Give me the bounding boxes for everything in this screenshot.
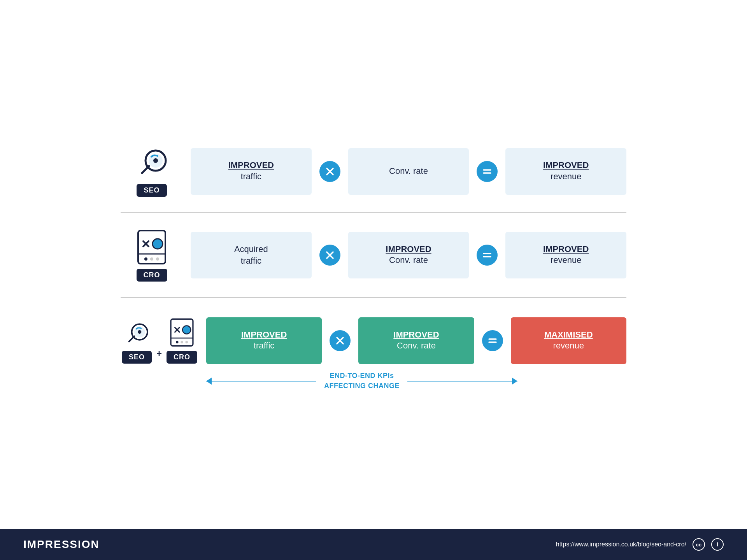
- combined-card3-top: MAXIMISED: [544, 330, 593, 340]
- multiply-icon-3: [335, 335, 345, 346]
- footer-url: https://www.impression.co.uk/blog/seo-an…: [556, 541, 686, 548]
- cro-icon-group: CRO: [167, 317, 197, 364]
- seo-card1-top: IMPROVED: [228, 160, 274, 170]
- plus-sign: +: [156, 348, 162, 359]
- info-icon: i: [711, 538, 724, 551]
- combined-cro-badge: CRO: [167, 351, 197, 364]
- cro-badge: CRO: [137, 269, 167, 282]
- cro-multiply-op: [319, 245, 340, 266]
- cro-card1-bottom: Acquired traffic: [234, 243, 268, 268]
- multiply-icon-2: [324, 250, 335, 261]
- seo-icon-area: SEO: [121, 146, 183, 197]
- seo-card1-bottom: traffic: [241, 171, 261, 183]
- seo-magnifier-icon: [134, 146, 169, 181]
- footer: IMPRESSION https://www.impression.co.uk/…: [0, 529, 747, 560]
- seo-card3-top: IMPROVED: [543, 160, 589, 170]
- svg-point-27: [182, 326, 191, 334]
- combined-card3-bottom: revenue: [553, 340, 584, 352]
- equals-icon-2: [482, 250, 493, 261]
- svg-point-31: [185, 341, 188, 344]
- combined-equals-op: [482, 330, 503, 351]
- main-content: SEO IMPROVED traffic Conv. rate IMPROVED…: [0, 0, 747, 529]
- svg-point-23: [138, 330, 142, 334]
- svg-point-29: [176, 341, 179, 344]
- combined-row: SEO + CRO IMPROVED: [121, 298, 626, 406]
- seo-badge: SEO: [137, 184, 167, 197]
- cro-card3-bottom: revenue: [551, 254, 582, 266]
- seo-row: SEO IMPROVED traffic Conv. rate IMPROVED…: [121, 130, 626, 212]
- combined-card1-bottom: traffic: [254, 340, 274, 352]
- equals-icon-3: [487, 335, 498, 346]
- combined-card2: IMPROVED Conv. rate: [358, 317, 474, 364]
- equals-icon: [482, 166, 493, 177]
- seo-card3-bottom: revenue: [551, 171, 582, 183]
- combined-card3: MAXIMISED revenue: [511, 317, 626, 364]
- cro-card2-top: IMPROVED: [386, 244, 431, 254]
- cro-card2: IMPROVED Conv. rate: [348, 232, 469, 278]
- combined-card1-top: IMPROVED: [241, 330, 287, 340]
- cro-board-icon-sm: [169, 317, 195, 348]
- cro-board-icon: [136, 229, 167, 266]
- seo-card2-bottom: Conv. rate: [389, 165, 428, 177]
- cro-row: CRO Acquired traffic IMPROVED Conv. rate…: [121, 213, 626, 297]
- combined-card2-bottom: Conv. rate: [397, 340, 436, 352]
- svg-point-3: [153, 158, 158, 163]
- cro-card3: IMPROVED revenue: [505, 232, 626, 278]
- kpi-label: END-TO-END KPIs AFFECTING CHANGE: [324, 371, 400, 390]
- seo-icon-group: SEO: [122, 320, 152, 364]
- svg-point-11: [153, 239, 163, 249]
- multiply-icon: [324, 166, 335, 177]
- svg-point-15: [156, 257, 159, 261]
- cro-equals-op: [477, 245, 498, 266]
- seo-equals-op: [477, 161, 498, 182]
- seo-card1: IMPROVED traffic: [191, 148, 312, 195]
- cro-card3-top: IMPROVED: [543, 244, 589, 254]
- footer-logo: IMPRESSION: [23, 538, 100, 551]
- cro-card2-bottom: Conv. rate: [389, 254, 428, 266]
- seo-card2: Conv. rate: [348, 148, 469, 195]
- combined-card2-top: IMPROVED: [393, 330, 439, 340]
- svg-point-30: [181, 341, 183, 344]
- cc-icon: cc: [693, 538, 705, 551]
- cro-card1: Acquired traffic: [191, 232, 312, 278]
- seo-magnifier-icon-sm: [123, 320, 150, 348]
- footer-right: https://www.impression.co.uk/blog/seo-an…: [556, 538, 724, 551]
- seo-card3: IMPROVED revenue: [505, 148, 626, 195]
- svg-point-13: [144, 257, 147, 261]
- combined-seo-badge: SEO: [122, 351, 152, 364]
- combined-card1: IMPROVED traffic: [206, 317, 322, 364]
- combined-multiply-op: [330, 330, 351, 351]
- svg-point-14: [150, 257, 153, 261]
- seo-multiply-op: [319, 161, 340, 182]
- cro-icon-area: CRO: [121, 229, 183, 282]
- combined-icon-area: SEO + CRO: [121, 317, 198, 375]
